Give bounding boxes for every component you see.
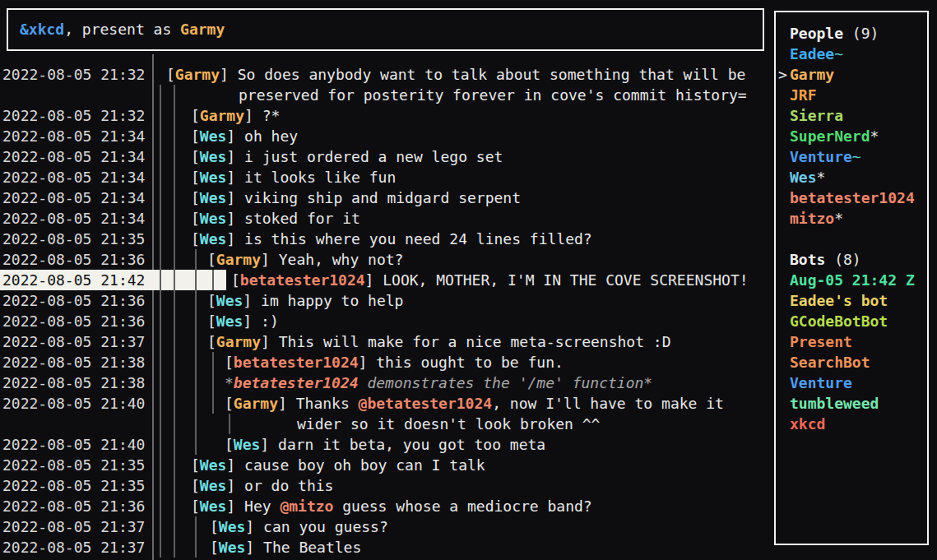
message-segment: ]: [260, 436, 278, 453]
chat-message-row[interactable]: 2022-08-05 21:38*betatester1024 demonstr…: [0, 373, 765, 393]
message-segment: [: [191, 498, 200, 515]
message-segment: [: [191, 189, 200, 206]
message-text: [Wes] im happy to help: [207, 290, 403, 311]
thread-guide-line: [160, 249, 161, 270]
timestamp: 2022-08-05 21:38: [2, 373, 145, 393]
bot-name: xkcd: [790, 415, 825, 433]
message-segment: ?*: [262, 107, 281, 124]
message-segment: oh hey: [244, 127, 298, 145]
chat-message-row[interactable]: 2022-08-05 21:32[Garmy] ?*: [0, 105, 765, 126]
chat-message-row[interactable]: 2022-08-05 21:34[Wes] viking ship and mi…: [0, 187, 765, 208]
nick: Wes: [200, 456, 227, 474]
message-text: [Wes] cause boy oh boy can I talk: [191, 455, 485, 475]
message-segment: cause boy oh boy can I talk: [244, 456, 485, 474]
chat-message-row[interactable]: 2022-08-05 21:35[Wes] or do this: [0, 475, 765, 496]
person-list-item[interactable]: mitzo*: [776, 208, 927, 229]
timestamp: 2022-08-05 21:40: [2, 393, 145, 414]
bot-list-item[interactable]: tumbleweed: [776, 393, 927, 414]
thread-guide-line: [160, 496, 161, 516]
chat-message-row[interactable]: 2022-08-05 21:36[Wes] :): [0, 311, 765, 331]
chat-message-row[interactable]: 2022-08-05 21:35[Wes] cause boy oh boy c…: [0, 455, 765, 475]
message-segment: LOOK, MOTHER, I'M IN THE COVE SCREENSHOT…: [383, 271, 748, 289]
chat-message-row[interactable]: 2022-08-05 21:34[Wes] it looks like fun: [0, 167, 765, 187]
message-text: [Wes] or do this: [191, 475, 333, 496]
bot-list-item[interactable]: xkcd: [776, 414, 927, 434]
nick: Wes: [200, 477, 227, 494]
status-suffix: *: [870, 127, 879, 145]
chat-message-row[interactable]: 2022-08-05 21:37[Wes] The Beatles: [0, 537, 765, 558]
message-text: [Wes] The Beatles: [210, 537, 361, 558]
chat-message-row[interactable]: 2022-08-05 21:34[Wes] i just ordered a n…: [0, 146, 765, 167]
timestamp: 2022-08-05 21:35: [2, 475, 145, 496]
chat-message-row[interactable]: 2022-08-05 21:40[Wes] darn it beta, you …: [0, 434, 765, 455]
message-segment: [: [225, 395, 234, 412]
bot-list-item[interactable]: Venture: [776, 373, 927, 393]
nick: Wes: [200, 498, 227, 515]
bot-list-item[interactable]: Aug-05 21:42 Z: [776, 270, 927, 290]
people-title: People: [790, 25, 843, 42]
message-segment: wider so it doesn't look broken ^^: [297, 415, 600, 433]
message-segment: ]: [220, 66, 238, 83]
person-list-item[interactable]: betatester1024: [776, 187, 927, 208]
bot-list-item[interactable]: Present: [776, 331, 927, 352]
thread-guide-line: [195, 393, 197, 414]
chat-message-row[interactable]: 2022-08-05 21:35[Wes] is this where you …: [0, 229, 765, 249]
message-text: [Wes] i just ordered a new lego set: [191, 146, 503, 167]
chat-message-row[interactable]: 2022-08-05 21:40[Garmy] Thanks @betatest…: [0, 393, 765, 414]
chat-message-row[interactable]: 2022-08-05 21:36[Garmy] Yeah, why not?: [0, 249, 765, 270]
bot-name: Present: [790, 333, 852, 350]
message-segment: So does anybody want to talk about somet…: [238, 66, 746, 83]
message-segment: this ought to be fun.: [376, 354, 564, 371]
chat-message-row[interactable]: wider so it doesn't look broken ^^: [0, 414, 765, 434]
chat-message-row[interactable]: 2022-08-05 21:32[Garmy] So does anybody …: [0, 64, 765, 85]
bot-list-item[interactable]: Eadee's bot: [776, 290, 927, 311]
thread-guide-line: [160, 105, 161, 126]
chat-message-row[interactable]: 2022-08-05 21:34[Wes] stoked for it: [0, 208, 765, 229]
thread-guide-line: [160, 126, 161, 146]
bot-list-item[interactable]: GCodeBotBot: [776, 311, 927, 331]
timestamp: 2022-08-05 21:38: [2, 352, 145, 373]
thread-guide-line: [160, 85, 161, 105]
message-segment: ]: [226, 498, 244, 515]
nick: Garmy: [216, 251, 261, 268]
chat-message-row[interactable]: 2022-08-05 21:42[betatester1024] LOOK, M…: [0, 270, 765, 290]
thread-guide-line: [195, 270, 197, 290]
thread-guide-line: [160, 290, 161, 311]
bot-list-item[interactable]: SearchBot: [776, 352, 927, 373]
person-list-item[interactable]: JRF: [776, 85, 927, 105]
message-text: [Garmy] This will make for a nice meta-s…: [207, 331, 671, 352]
chat-message-row[interactable]: 2022-08-05 21:36[Wes] im happy to help: [0, 290, 765, 311]
timestamp: 2022-08-05 21:40: [2, 434, 145, 455]
message-text: [Wes] stoked for it: [191, 208, 360, 229]
chat-message-row[interactable]: 2022-08-05 21:37[Garmy] This will make f…: [0, 331, 765, 352]
thread-guide-line: [174, 496, 175, 516]
message-segment: ]: [226, 148, 244, 165]
chat-message-row[interactable]: 2022-08-05 21:38[betatester1024] this ou…: [0, 352, 765, 373]
person-name: betatester1024: [790, 189, 915, 206]
message-text: [Wes] darn it beta, you got too meta: [225, 434, 545, 455]
chat-message-row[interactable]: 2022-08-05 21:36[Wes] Hey @mitzo guess w…: [0, 496, 765, 516]
chat-message-row[interactable]: preserved for posterity forever in cove'…: [0, 85, 765, 105]
person-list-item[interactable]: SuperNerd*: [776, 126, 927, 146]
chat-message-row[interactable]: 2022-08-05 21:34[Wes] oh hey: [0, 126, 765, 146]
message-text: [Wes] :): [207, 311, 279, 331]
message-segment: ]: [226, 189, 244, 206]
person-list-item[interactable]: Wes*: [776, 167, 927, 187]
message-segment: [: [166, 66, 175, 83]
person-list-item[interactable]: >Garmy: [776, 64, 927, 85]
person-name: Garmy: [790, 66, 834, 83]
person-list-item[interactable]: Sierra: [776, 105, 927, 126]
status-suffix: *: [834, 210, 843, 227]
status-suffix: ~: [852, 148, 861, 165]
person-name: SuperNerd: [790, 127, 870, 145]
timestamp: 2022-08-05 21:36: [2, 311, 145, 331]
chat-message-row[interactable]: 2022-08-05 21:37[Wes] can you guess?: [0, 516, 765, 537]
message-segment: preserved for posterity forever in cove'…: [239, 86, 747, 104]
nick: Wes: [200, 127, 227, 145]
timestamp: 2022-08-05 21:36: [2, 249, 145, 270]
person-list-item[interactable]: Eadee~: [776, 44, 927, 64]
thread-guide-line: [174, 455, 175, 475]
thread-guide-line: [174, 516, 175, 537]
thread-guide-line: [174, 331, 175, 352]
person-list-item[interactable]: Venture~: [776, 146, 927, 167]
